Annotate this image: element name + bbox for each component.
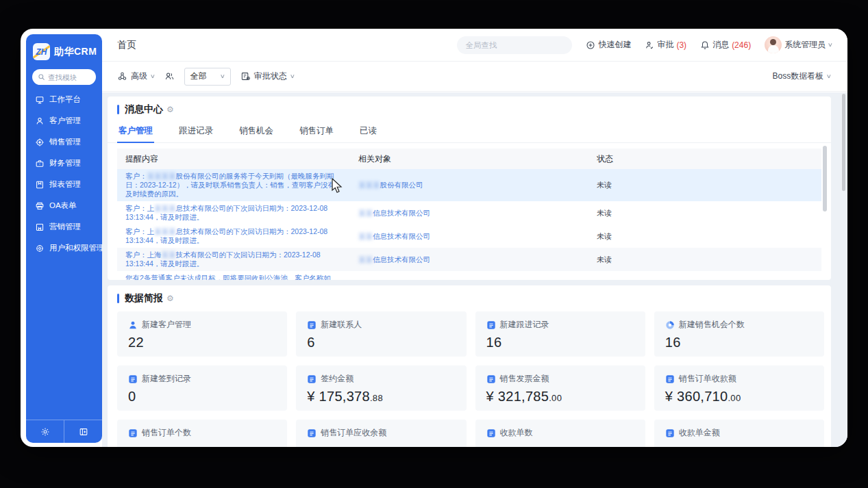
top-bar: 首页 快速创建 审批(3) 消息(246) <box>102 29 847 62</box>
related-object[interactable]: 某某信息技术有限公司 <box>350 253 588 267</box>
messages-button[interactable]: 消息(246) <box>700 39 751 51</box>
reminder-content: 客户：上某某某息技术有限公司的下次回访日期为：2023-12-08 13:13:… <box>117 224 350 248</box>
message-row[interactable]: 客户：上某某某息技术有限公司的下次回访日期为：2023-12-08 13:13:… <box>117 201 821 224</box>
sidebar-item-label: 销售管理 <box>49 137 81 147</box>
approval-status-filter[interactable]: 审批状态 ∨ <box>240 70 295 82</box>
stat-card[interactable]: 收款单金额 <box>654 420 824 447</box>
status-cell: 未读 <box>588 229 821 244</box>
collapse-sidebar-button[interactable] <box>64 420 102 443</box>
sidebar-item-label: 营销管理 <box>49 222 81 232</box>
stat-card[interactable]: 新建联系人6 <box>296 311 466 357</box>
sidebar-item-label: 工作平台 <box>49 94 81 105</box>
approval-status-label: 审批状态 <box>254 70 287 82</box>
app-title: 助华CRM <box>54 46 97 58</box>
redacted-text: 某某 <box>358 255 373 264</box>
quick-create-button[interactable]: 快速创建 <box>586 39 631 51</box>
message-row[interactable]: 客户：某某某某股份有限公司的服务将于今天到期（最晚服务到期日：2023-12-1… <box>117 169 821 201</box>
data-brief-title: 数据简报 <box>125 292 163 305</box>
sidebar-item-label: 财务管理 <box>49 158 81 168</box>
status-cell: 未读 <box>588 206 821 220</box>
board-switcher[interactable]: Boss数据看板 ∨ <box>772 70 831 82</box>
stat-card[interactable]: 销售订单个数 <box>117 420 287 447</box>
stat-card[interactable]: 新建跟进记录16 <box>475 311 645 357</box>
module-search-box[interactable] <box>32 69 96 85</box>
filter-bar: 高级 ∨ 全部 ∨ 审批状态 ∨ Boss数据看板 ∨ <box>102 62 847 92</box>
page-scrollbar[interactable] <box>842 94 845 191</box>
tab-已读[interactable]: 已读 <box>358 121 378 142</box>
avatar <box>765 36 782 53</box>
sidebar-settings-button[interactable] <box>26 420 64 443</box>
approval-button[interactable]: 审批(3) <box>645 39 686 51</box>
sidebar-item-report[interactable]: 报表管理 <box>26 174 102 195</box>
stat-label: 销售订单个数 <box>142 427 191 439</box>
tab-销售机会[interactable]: 销售机会 <box>238 121 275 142</box>
stat-label: 新建客户管理 <box>142 319 191 331</box>
module-search-input[interactable] <box>48 73 90 81</box>
tab-客户管理[interactable]: 客户管理 <box>117 121 154 143</box>
sidebar-item-printer[interactable]: OA表单 <box>26 195 102 216</box>
stat-card[interactable]: 销售发票金额¥ 321,785.00 <box>475 365 645 411</box>
data-brief-panel: 数据简报 ⚙ 新建客户管理22新建联系人6新建跟进记录16新建销售机会个数16新… <box>108 285 831 447</box>
user-menu[interactable]: 系统管理员 ∨ <box>765 36 832 53</box>
square-stat-icon <box>307 428 317 438</box>
scope-select[interactable]: 全部 ∨ <box>184 68 231 86</box>
stat-card-grid: 新建客户管理22新建联系人6新建跟进记录16新建销售机会个数16新建签到记录0签… <box>108 309 831 447</box>
status-cell: 未读 <box>588 178 821 192</box>
user-stat-icon <box>128 320 138 330</box>
sidebar-item-briefcase[interactable]: 财务管理 <box>26 153 102 174</box>
message-center-panel: 消息中心 ⚙ 客户管理跟进记录销售机会销售订单已读 提醒内容相关对象状态 客户：… <box>108 97 831 280</box>
stat-card[interactable]: 签约金额¥ 175,378.88 <box>296 365 466 411</box>
sidebar-item-crosshair[interactable]: 用户和权限管理 <box>26 237 102 259</box>
column-header: 相关对象 <box>350 153 588 165</box>
data-brief-settings-icon[interactable]: ⚙ <box>166 294 174 303</box>
search-icon <box>38 73 45 81</box>
tab-销售订单[interactable]: 销售订单 <box>298 121 335 142</box>
global-search-input[interactable] <box>465 41 564 49</box>
messages-count: (246) <box>732 40 751 50</box>
approval-person-icon <box>645 40 654 50</box>
messages-label: 消息 <box>712 39 729 51</box>
stat-card[interactable]: 销售订单应收余额 <box>296 420 466 447</box>
plus-circle-icon <box>586 40 595 50</box>
approval-status-icon <box>240 71 251 81</box>
stat-value: 16 <box>665 335 813 350</box>
reminder-content: 您有2条普通客户未达成目标，即将要回收到公海池。客户名称如下：上海某某某技术有限… <box>117 271 350 280</box>
sidebar-item-label: 报表管理 <box>49 179 81 190</box>
tab-跟进记录[interactable]: 跟进记录 <box>177 121 214 142</box>
logo-badge-text: ZH <box>36 47 47 57</box>
related-object[interactable]: 某某信息技术有限公司 <box>350 229 588 244</box>
sidebar-menu: 工作平台客户管理销售管理财务管理报表管理OA表单营销管理用户和权限管理 <box>26 89 102 259</box>
table-scrollbar[interactable] <box>823 146 827 211</box>
related-object[interactable]: 某某信息技术有限公司 <box>350 206 588 220</box>
crosshair-icon <box>35 244 49 253</box>
redacted-text: 某某 <box>358 209 373 217</box>
app-logo: ZH 助华CRM <box>26 34 102 60</box>
stat-label: 签约金额 <box>321 373 354 385</box>
section-accent-bar <box>117 105 119 114</box>
stat-card[interactable]: 新建客户管理22 <box>117 311 287 357</box>
sidebar-item-user[interactable]: 客户管理 <box>26 110 102 131</box>
message-row[interactable]: 客户：上某某某息技术有限公司的下次回访日期为：2023-12-08 13:13:… <box>117 224 821 248</box>
sidebar-item-bookmark[interactable]: 营销管理 <box>26 216 102 237</box>
logo-icon: ZH <box>33 43 50 60</box>
redacted-text: 某某某 <box>154 204 176 212</box>
chevron-down-icon: ∨ <box>220 73 225 79</box>
sidebar-item-monitor[interactable]: 工作平台 <box>26 89 102 110</box>
related-object[interactable]: 某某某股份有限公司 <box>350 178 588 192</box>
owner-filter-button[interactable] <box>164 71 175 81</box>
advanced-filter-button[interactable]: 高级 ∨ <box>117 70 155 82</box>
breadcrumb-home[interactable]: 首页 <box>117 39 136 51</box>
message-tabs: 客户管理跟进记录销售机会销售订单已读 <box>108 120 831 143</box>
message-row[interactable]: 您有2条普通客户未达成目标，即将要回收到公海池。客户名称如下：上海某某某技术有限… <box>117 271 821 280</box>
message-row[interactable]: 客户：上海某某技术有限公司的下次回访日期为：2023-12-08 13:13:4… <box>117 248 821 271</box>
stat-card[interactable]: 销售订单收款额¥ 360,710.00 <box>654 365 824 411</box>
stat-card[interactable]: 新建签到记录0 <box>117 365 287 411</box>
redacted-text: 某某 <box>358 232 373 240</box>
stat-card[interactable]: 收款单数 <box>475 420 645 447</box>
stat-card[interactable]: 新建销售机会个数16 <box>654 311 824 357</box>
stat-value: 22 <box>128 335 276 350</box>
redacted-text: 某某某 <box>358 181 380 189</box>
global-search-box[interactable] <box>457 36 572 54</box>
message-center-settings-icon[interactable]: ⚙ <box>166 105 174 114</box>
sidebar-item-target[interactable]: 销售管理 <box>26 131 102 153</box>
